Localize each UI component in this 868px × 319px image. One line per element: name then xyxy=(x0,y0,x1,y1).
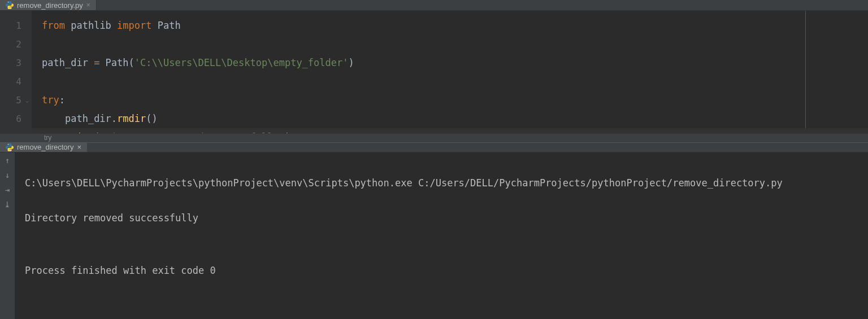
scroll-end-icon[interactable]: ⤓ xyxy=(4,200,11,209)
python-icon xyxy=(6,1,14,9)
close-icon[interactable]: × xyxy=(77,143,81,151)
line-number: 1 xyxy=(0,16,21,35)
python-icon xyxy=(6,143,14,151)
code-line: path_dir.rmdir() xyxy=(42,110,805,128)
code-line xyxy=(42,72,805,91)
code-area[interactable]: from pathlib import Path path_dir = Path… xyxy=(32,11,806,133)
gutter: 1 2 3 4 5 6 7 8 9 xyxy=(0,11,32,133)
code-line-current: ⌃ print("Directory removed successfully"… xyxy=(32,128,868,133)
breadcrumb-item[interactable]: try xyxy=(44,134,51,142)
code-line: path_dir = Path('C:\\Users\DELL\Desktop\… xyxy=(42,54,805,72)
editor[interactable]: 1 2 3 4 5 6 7 8 9 from pathlib import Pa… xyxy=(0,11,868,133)
console-line: Process finished with exit code 0 xyxy=(25,262,858,279)
close-icon[interactable]: × xyxy=(86,1,90,9)
line-number: 3 xyxy=(0,54,21,72)
code-line xyxy=(42,35,805,54)
fold-icon[interactable]: ⌄ xyxy=(24,91,31,110)
line-number: 6 xyxy=(0,110,21,128)
softwrap-icon[interactable]: ⇥ xyxy=(5,185,10,194)
run-tab-label: remove_directory xyxy=(17,143,73,151)
svg-point-3 xyxy=(11,150,11,150)
svg-point-0 xyxy=(8,2,8,2)
fold-icon[interactable]: ⌃ xyxy=(24,128,31,133)
console-output[interactable]: C:\Users\DELL\PycharmProjects\pythonProj… xyxy=(15,152,868,319)
editor-tab-label: remove_directory.py xyxy=(17,1,83,10)
run-toolwindow: ↑ ↓ ⇥ ⤓ C:\Users\DELL\PycharmProjects\py… xyxy=(0,152,868,319)
console-line: C:\Users\DELL\PycharmProjects\pythonProj… xyxy=(25,174,858,192)
line-number: 7 xyxy=(0,128,21,133)
console-line: Directory removed successfully xyxy=(25,209,858,227)
run-tabstrip: remove_directory × xyxy=(0,142,868,152)
ide-root: remove_directory.py × 1 2 3 4 5 6 7 8 9 … xyxy=(0,0,868,319)
editor-tabstrip: remove_directory.py × xyxy=(0,0,868,11)
arrow-down-icon[interactable]: ↓ xyxy=(5,171,10,180)
line-number: 4 xyxy=(0,72,21,91)
svg-point-1 xyxy=(11,8,11,8)
breadcrumb[interactable]: try xyxy=(0,133,868,142)
code-line: ⌄try: xyxy=(42,91,805,110)
run-toolbar: ↑ ↓ ⇥ ⤓ xyxy=(0,152,15,319)
run-tab[interactable]: remove_directory × xyxy=(0,143,87,152)
arrow-up-icon[interactable]: ↑ xyxy=(5,156,10,165)
line-number: 5 xyxy=(0,91,21,110)
svg-point-2 xyxy=(8,144,8,145)
code-line: from pathlib import Path xyxy=(42,16,805,35)
line-number: 2 xyxy=(0,35,21,54)
editor-tab[interactable]: remove_directory.py × xyxy=(0,0,97,10)
